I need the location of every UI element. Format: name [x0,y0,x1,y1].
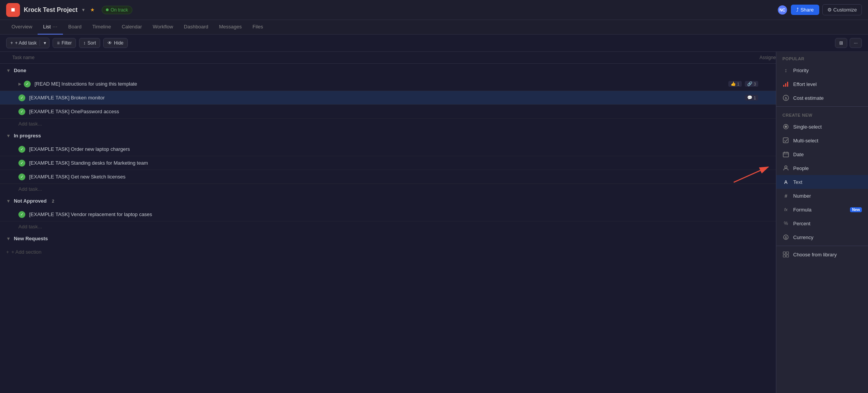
currency-icon: $ [782,234,789,241]
task-check-icon: ✓ [24,81,31,88]
add-task-arrow-icon[interactable]: ▾ [41,40,49,46]
date-icon [782,151,789,158]
section-header-in-progress[interactable]: ▼ In progress [0,129,868,142]
add-section-button[interactable]: + + Add section [0,245,868,259]
new-badge: New [850,207,862,212]
avatar-group: NC [777,5,788,15]
table-row[interactable]: ✓ [EXAMPLE TASK] Vendor replacement for … [0,208,868,221]
text-label: Text [793,179,802,185]
cost-estimate-label: Cost estimate [793,95,823,101]
tab-list[interactable]: List ··· [38,20,63,35]
currency-label: Currency [793,234,814,240]
section-header-done[interactable]: ▼ Done [0,64,868,77]
create-new-section-label: Create new [776,108,868,120]
plus-icon: + [10,40,13,46]
task-check-icon: ✓ [18,173,25,180]
more-options-button[interactable]: ··· [850,38,862,48]
people-label: People [793,165,809,171]
filter-icon: ≡ [57,40,59,46]
tab-messages[interactable]: Messages [214,20,247,35]
hide-button[interactable]: 👁 Hide [103,38,128,48]
task-check-icon: ✓ [18,94,25,101]
section-toggle-not-approved[interactable]: ▼ [6,198,11,204]
title-dropdown-icon[interactable]: ▾ [82,7,85,13]
dropdown-item-text[interactable]: A Text [776,175,868,189]
section-new-requests: ▼ New Requests [0,232,868,245]
formula-label: Formula [793,207,812,213]
table-row[interactable]: ✓ [EXAMPLE TASK] Standing desks for Mark… [0,156,868,170]
add-task-main[interactable]: + + Add task [10,40,39,46]
col-header-task-name: Task name [12,55,746,60]
section-toggle-new-requests[interactable]: ▼ [6,236,11,241]
task-list-area: Task name Assignee Due date + ▼ Done ▶ ✓… [0,52,868,393]
customize-icon: ⚙ [827,7,832,13]
priority-icon: ↕ [782,67,789,74]
view-toggle-button[interactable]: ⊞ [835,38,847,48]
dropdown-item-priority[interactable]: ↕ Priority [776,63,868,77]
filter-button[interactable]: ≡ Filter [53,38,76,48]
svg-rect-3 [785,83,786,87]
tab-files[interactable]: Files [247,20,268,35]
task-name: [READ ME] Instructions for using this te… [35,81,725,87]
percent-label: Percent [793,221,810,226]
tab-dashboard[interactable]: Dashboard [178,20,214,35]
add-task-button[interactable]: + + Add task ▾ [6,38,50,48]
section-count-not-approved: 2 [52,199,54,203]
people-icon [782,165,789,172]
share-button[interactable]: ⤴ Share [791,5,819,15]
add-task-row[interactable]: Add task... [0,119,868,129]
section-not-approved: ▼ Not Approved 2 ✓ [EXAMPLE TASK] Vendor… [0,194,868,232]
sort-button[interactable]: ↕ Sort [79,38,100,48]
formula-icon: fx [782,206,789,213]
dropdown-panel: Popular ↕ Priority Effort level $ [776,52,868,393]
star-icon[interactable]: ★ [90,7,95,13]
table-row[interactable]: ▶ ✓ [READ ME] Instructions for using thi… [0,77,868,91]
dropdown-item-date[interactable]: Date [776,147,868,161]
table-row[interactable]: ✓ [EXAMPLE TASK] Order new laptop charge… [0,142,868,156]
dropdown-item-single-select[interactable]: Single-select [776,120,868,134]
section-header-new-requests[interactable]: ▼ New Requests [0,232,868,245]
dropdown-item-number[interactable]: # Number [776,189,868,203]
table-row[interactable]: ✓ [EXAMPLE TASK] Get new Sketch licenses [0,170,868,184]
toolbar: + + Add task ▾ ≡ Filter ↕ Sort 👁 Hide ⊞ … [0,35,868,52]
task-name: [EXAMPLE TASK] Get new Sketch licenses [29,174,758,180]
table-header: Task name Assignee Due date + [0,52,868,64]
tab-overview[interactable]: Overview [6,20,38,35]
svg-point-14 [785,166,787,168]
table-row[interactable]: ✓ [EXAMPLE TASK] OnePassword access [0,105,868,119]
section-label-new-requests: New Requests [14,236,48,241]
dropdown-item-effort-level[interactable]: Effort level [776,77,868,91]
library-icon [782,251,789,258]
tab-calendar[interactable]: Calendar [116,20,147,35]
dropdown-item-formula[interactable]: fx Formula New [776,203,868,216]
tab-board[interactable]: Board [63,20,87,35]
sort-icon: ↕ [83,40,86,46]
priority-label: Priority [793,68,809,73]
table-row[interactable]: ✓ [EXAMPLE TASK] Broken monitor 💬 1 [0,91,868,105]
dropdown-item-multi-select[interactable]: Multi-select [776,134,868,147]
status-dot [106,8,109,11]
dropdown-item-library[interactable]: Choose from library [776,248,868,261]
add-task-row[interactable]: Add task... [0,184,868,194]
section-toggle-done[interactable]: ▼ [6,68,11,73]
divider-1 [776,106,868,107]
dropdown-item-currency[interactable]: $ Currency [776,230,868,244]
tab-workflow[interactable]: Workflow [147,20,178,35]
number-label: Number [793,193,811,199]
dropdown-item-people[interactable]: People [776,161,868,175]
dropdown-item-percent[interactable]: % Percent [776,216,868,230]
separator [40,40,40,46]
task-name: [EXAMPLE TASK] Standing desks for Market… [29,160,758,166]
customize-button[interactable]: ⚙ Customize [822,4,862,15]
section-header-not-approved[interactable]: ▼ Not Approved 2 [0,194,868,208]
task-name: [EXAMPLE TASK] OnePassword access [29,109,758,114]
project-title: Krock Test Project [24,7,78,13]
add-task-row[interactable]: Add task... [0,221,868,232]
dropdown-item-cost-estimate[interactable]: $ Cost estimate [776,91,868,105]
list-more-icon[interactable]: ··· [52,23,57,30]
date-label: Date [793,152,804,157]
section-toggle-in-progress[interactable]: ▼ [6,133,11,139]
single-select-label: Single-select [793,124,822,130]
tab-timeline[interactable]: Timeline [87,20,116,35]
expand-arrow-icon[interactable]: ▶ [18,82,21,86]
